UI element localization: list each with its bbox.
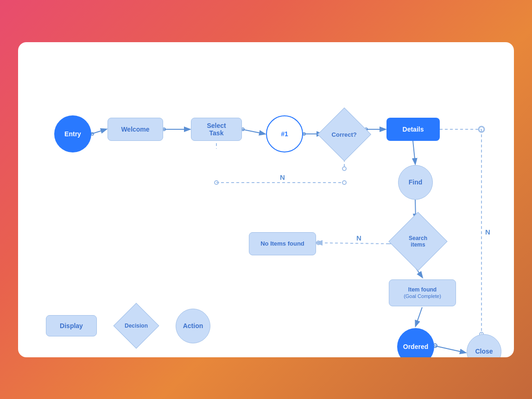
svg-point-18 bbox=[317, 241, 320, 245]
node-search-items[interactable]: Search items bbox=[388, 212, 447, 271]
node-select-task[interactable]: Select Task bbox=[191, 118, 242, 141]
legend-display-shape: Display bbox=[46, 315, 97, 336]
legend-decision-shape: Decision bbox=[114, 303, 159, 349]
node-entry[interactable]: Entry bbox=[54, 115, 91, 152]
node-entry-label: Entry bbox=[64, 130, 81, 138]
svg-point-31 bbox=[215, 181, 218, 184]
svg-point-28 bbox=[342, 167, 346, 171]
svg-line-13 bbox=[413, 141, 415, 164]
node-ordered[interactable]: Ordered bbox=[397, 328, 434, 357]
node-select-task-label: Select Task bbox=[207, 122, 226, 137]
node-hash1-label: #1 bbox=[281, 130, 288, 138]
svg-text:N: N bbox=[280, 173, 285, 181]
node-welcome-label: Welcome bbox=[121, 126, 149, 133]
legend-decision-label: Decision bbox=[125, 323, 148, 329]
node-close-label: Close bbox=[475, 348, 493, 355]
node-no-items-found[interactable]: No Items found bbox=[249, 232, 316, 255]
legend-action-label: Action bbox=[183, 322, 203, 329]
node-welcome[interactable]: Welcome bbox=[108, 118, 163, 141]
legend-display: Display bbox=[46, 315, 97, 336]
node-hash1[interactable]: #1 bbox=[266, 115, 303, 152]
node-item-found[interactable]: Item found (Goal Complete) bbox=[389, 279, 456, 306]
node-find-label: Find bbox=[409, 178, 423, 186]
node-correct[interactable]: Correct? bbox=[317, 108, 371, 161]
node-details-label: Details bbox=[403, 126, 424, 133]
legend-display-label: Display bbox=[60, 322, 83, 329]
svg-line-21 bbox=[416, 307, 422, 326]
svg-line-2 bbox=[91, 129, 106, 134]
node-search-items-label: Search items bbox=[409, 235, 427, 248]
node-close[interactable]: Close bbox=[467, 334, 501, 357]
legend-action: Action bbox=[176, 309, 210, 343]
svg-point-33 bbox=[342, 181, 346, 184]
svg-text:N: N bbox=[485, 228, 490, 236]
legend-action-shape: Action bbox=[176, 309, 210, 343]
svg-line-22 bbox=[434, 346, 465, 353]
svg-line-16 bbox=[318, 243, 389, 244]
node-item-found-label: Item found (Goal Complete) bbox=[404, 286, 441, 299]
legend: Display Decision Action bbox=[46, 309, 210, 343]
legend-decision: Decision bbox=[120, 310, 152, 342]
svg-text:N: N bbox=[356, 234, 361, 242]
node-details[interactable]: Details bbox=[386, 118, 440, 141]
node-find[interactable]: Find bbox=[398, 165, 433, 200]
node-no-items-found-label: No Items found bbox=[260, 240, 304, 247]
node-correct-label: Correct? bbox=[332, 131, 357, 138]
diagram-card: N N N Entry Welcome Select bbox=[18, 42, 514, 357]
svg-line-6 bbox=[242, 129, 265, 134]
node-ordered-label: Ordered bbox=[403, 343, 428, 350]
